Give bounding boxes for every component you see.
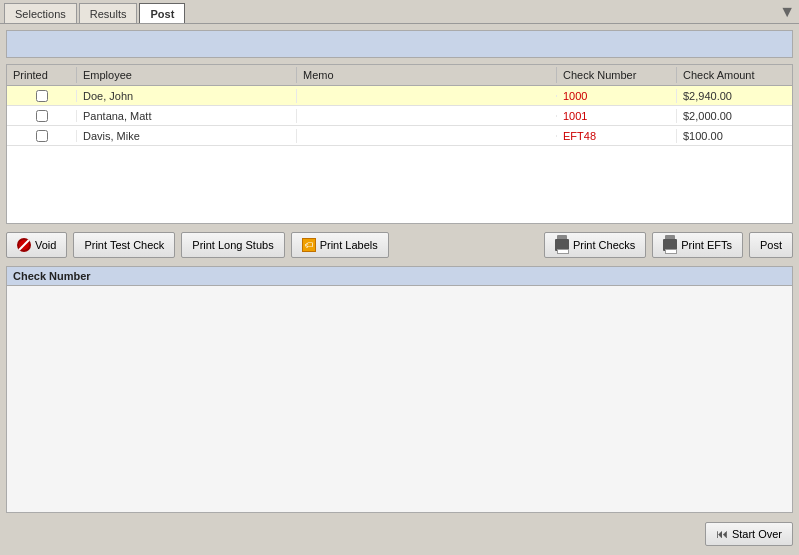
tab-post[interactable]: Post <box>139 3 185 23</box>
info-panel-header: Check Number <box>7 267 792 286</box>
button-bar: Void Print Test Check Print Long Stubs 🏷… <box>6 230 793 260</box>
print-test-check-label: Print Test Check <box>84 239 164 251</box>
cell-employee-0: Doe, John <box>77 89 297 103</box>
info-panel-body <box>7 286 792 512</box>
start-over-icon: ⏮ <box>716 527 728 541</box>
dropdown-arrow[interactable]: ▼ <box>779 3 795 21</box>
print-efts-button[interactable]: Print EFTs <box>652 232 743 258</box>
cell-printed-0 <box>7 90 77 102</box>
tab-selections-label: Selections <box>15 8 66 20</box>
cell-check-amount-2: $100.00 <box>677 129 787 143</box>
table-row: Doe, John 1000 $2,940.00 <box>7 86 792 106</box>
cell-employee-1: Pantana, Matt <box>77 109 297 123</box>
cell-check-number-2: EFT48 <box>557 129 677 143</box>
tab-results-label: Results <box>90 8 127 20</box>
col-header-employee: Employee <box>77 67 297 83</box>
print-efts-label: Print EFTs <box>681 239 732 251</box>
top-toolbar <box>6 30 793 58</box>
post-button[interactable]: Post <box>749 232 793 258</box>
void-button-label: Void <box>35 239 56 251</box>
table-body: Doe, John 1000 $2,940.00 Pantana, Matt 1… <box>7 86 792 146</box>
print-test-check-button[interactable]: Print Test Check <box>73 232 175 258</box>
start-over-button[interactable]: ⏮ Start Over <box>705 522 793 546</box>
post-button-label: Post <box>760 239 782 251</box>
cell-printed-1 <box>7 110 77 122</box>
employee-table: Printed Employee Memo Check Number Check… <box>6 64 793 224</box>
col-header-memo: Memo <box>297 67 557 83</box>
table-header: Printed Employee Memo Check Number Check… <box>7 65 792 86</box>
start-over-label: Start Over <box>732 528 782 540</box>
print-checks-button[interactable]: Print Checks <box>544 232 646 258</box>
checkbox-printed-0[interactable] <box>36 90 48 102</box>
main-content: Printed Employee Memo Check Number Check… <box>0 24 799 555</box>
tab-post-label: Post <box>150 8 174 20</box>
cell-check-number-0: 1000 <box>557 89 677 103</box>
tab-results[interactable]: Results <box>79 3 138 23</box>
info-panel: Check Number <box>6 266 793 513</box>
printer-icon <box>555 239 569 251</box>
print-long-stubs-label: Print Long Stubs <box>192 239 273 251</box>
void-icon <box>17 238 31 252</box>
table-row: Davis, Mike EFT48 $100.00 <box>7 126 792 146</box>
cell-memo-1 <box>297 115 557 117</box>
printer-efts-icon <box>663 239 677 251</box>
col-header-printed: Printed <box>7 67 77 83</box>
tab-selections[interactable]: Selections <box>4 3 77 23</box>
col-header-check-number: Check Number <box>557 67 677 83</box>
print-long-stubs-button[interactable]: Print Long Stubs <box>181 232 284 258</box>
print-labels-label: Print Labels <box>320 239 378 251</box>
bottom-bar: ⏮ Start Over <box>6 519 793 549</box>
col-header-check-amount: Check Amount <box>677 67 787 83</box>
print-labels-icon: 🏷 <box>302 238 316 252</box>
tab-bar: Selections Results Post ▼ <box>0 0 799 24</box>
cell-memo-0 <box>297 95 557 97</box>
void-button[interactable]: Void <box>6 232 67 258</box>
print-labels-button[interactable]: 🏷 Print Labels <box>291 232 389 258</box>
cell-memo-2 <box>297 135 557 137</box>
cell-employee-2: Davis, Mike <box>77 129 297 143</box>
cell-printed-2 <box>7 130 77 142</box>
cell-check-number-1: 1001 <box>557 109 677 123</box>
cell-check-amount-0: $2,940.00 <box>677 89 787 103</box>
table-row: Pantana, Matt 1001 $2,000.00 <box>7 106 792 126</box>
cell-check-amount-1: $2,000.00 <box>677 109 787 123</box>
print-checks-label: Print Checks <box>573 239 635 251</box>
checkbox-printed-1[interactable] <box>36 110 48 122</box>
checkbox-printed-2[interactable] <box>36 130 48 142</box>
